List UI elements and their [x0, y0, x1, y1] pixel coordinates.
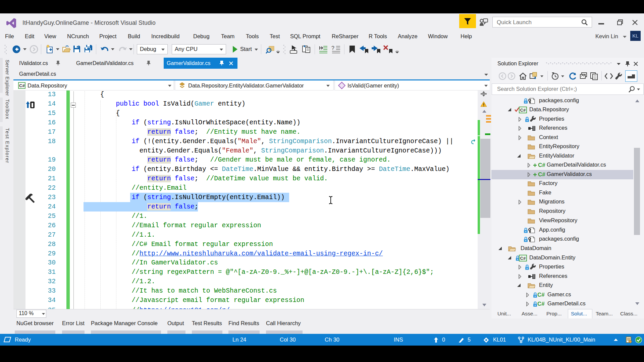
svg-text:C#: C# — [19, 83, 25, 88]
svg-text:C#: C# — [538, 171, 545, 178]
svg-text:C#: C# — [537, 301, 545, 307]
svg-text:?: ? — [331, 45, 334, 51]
svg-text:C#: C# — [537, 292, 545, 298]
svg-text:C#: C# — [538, 162, 545, 168]
svg-text:C#: C# — [520, 256, 526, 261]
svg-text:C#: C# — [520, 108, 526, 113]
